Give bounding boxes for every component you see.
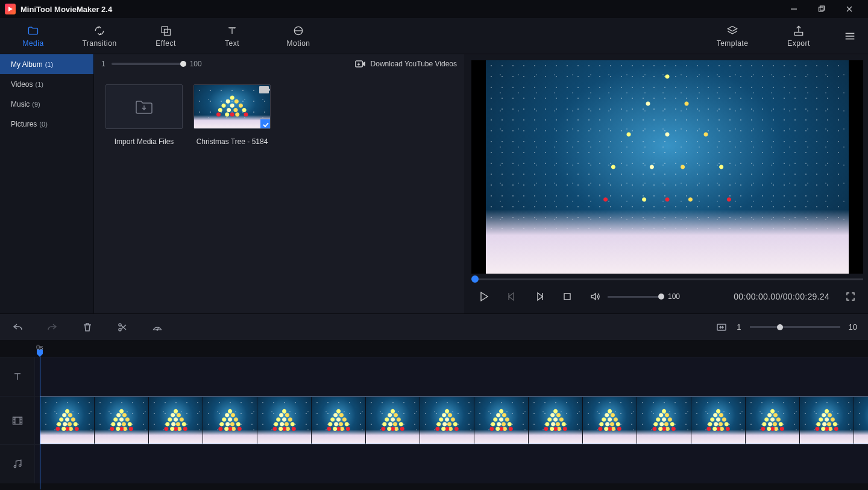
window-minimize-button[interactable]: [780, 0, 808, 18]
svg-point-22: [157, 329, 158, 330]
thumb-size-min: 1: [101, 60, 105, 68]
delete-button[interactable]: [81, 321, 94, 334]
volume-value: 100: [668, 292, 680, 301]
svg-point-31: [14, 466, 16, 468]
sidebar-item-my-album[interactable]: My Album (1): [0, 54, 93, 74]
preview-viewport: [471, 60, 863, 274]
sidebar-item-label: Videos: [11, 80, 33, 89]
tab-template[interactable]: Template: [699, 18, 766, 54]
text-track-icon: [0, 357, 35, 396]
clip-frame: [40, 397, 95, 444]
text-track[interactable]: [0, 357, 868, 396]
selected-check-icon: [260, 119, 271, 129]
fit-zoom-button[interactable]: [715, 321, 728, 334]
svg-marker-0: [8, 7, 13, 11]
thumb-size-slider[interactable]: [112, 63, 184, 65]
tab-motion-label: Motion: [286, 39, 310, 48]
tab-motion[interactable]: Motion: [265, 18, 332, 54]
clip-frame: [420, 397, 474, 444]
video-download-icon: [355, 60, 366, 68]
zoom-max: 10: [849, 322, 857, 331]
tab-export-label: Export: [787, 39, 810, 48]
clip-frame: [529, 397, 583, 444]
next-frame-button[interactable]: [533, 290, 546, 303]
download-youtube-label: Download YouTube Videos: [371, 60, 457, 68]
tab-media[interactable]: Media: [0, 18, 66, 54]
audio-track-icon: [0, 445, 35, 483]
sidebar-item-label: Music: [11, 100, 30, 108]
clip-frame: [257, 397, 312, 444]
play-button[interactable]: [477, 290, 491, 303]
svg-rect-7: [165, 29, 171, 35]
tab-transition[interactable]: Transition: [66, 18, 133, 54]
window-close-button[interactable]: [835, 0, 863, 18]
video-track-icon: [0, 397, 35, 444]
sidebar-item-music[interactable]: Music (9): [0, 94, 93, 114]
stop-button[interactable]: [561, 290, 574, 303]
preview-seekbar[interactable]: [471, 275, 863, 283]
download-youtube-button[interactable]: Download YouTube Videos: [355, 60, 457, 68]
sidebar-item-count: (1): [45, 61, 53, 68]
import-media-button[interactable]: Import Media Files: [105, 84, 183, 146]
media-clip-christmas-tree[interactable]: Christmas Tree - 5184: [193, 84, 271, 146]
window-maximize-button[interactable]: [808, 0, 835, 18]
svg-marker-14: [481, 292, 488, 301]
clip-frame: [691, 397, 746, 444]
svg-marker-17: [538, 293, 542, 300]
volume-button[interactable]: [588, 290, 602, 303]
tab-media-label: Media: [22, 39, 43, 48]
zoom-slider[interactable]: [750, 326, 840, 328]
tab-effect[interactable]: Effect: [133, 18, 199, 54]
clip-frame: [746, 397, 800, 444]
svg-rect-19: [564, 294, 570, 300]
clip-frame: [95, 397, 149, 444]
tab-export[interactable]: Export: [766, 18, 832, 54]
svg-rect-9: [794, 32, 802, 35]
undo-button[interactable]: [11, 321, 24, 334]
clip-frame: [637, 397, 691, 444]
video-type-icon: [259, 86, 269, 93]
speed-button[interactable]: [151, 321, 164, 334]
sidebar-item-pictures[interactable]: Pictures (0): [0, 114, 93, 134]
split-button[interactable]: [116, 321, 129, 334]
clip-frame: [366, 397, 420, 444]
sidebar-item-count: (1): [35, 81, 43, 88]
zoom-min: 1: [737, 322, 741, 331]
sidebar-item-count: (9): [32, 101, 40, 108]
media-clip-label: Christmas Tree - 5184: [197, 137, 268, 146]
svg-rect-3: [820, 6, 825, 10]
svg-point-20: [119, 324, 121, 326]
volume-slider[interactable]: [608, 296, 662, 298]
redo-button[interactable]: [46, 321, 59, 334]
video-track[interactable]: [0, 396, 868, 444]
import-media-label: Import Media Files: [115, 137, 174, 146]
video-clip[interactable]: [40, 397, 868, 444]
clip-frame: [854, 397, 868, 444]
title-bar: MiniTool MovieMaker 2.4: [0, 0, 868, 18]
clip-frame: [800, 397, 854, 444]
timeline-ruler[interactable]: 0s: [35, 340, 868, 357]
menu-button[interactable]: [832, 30, 868, 43]
svg-point-21: [119, 328, 121, 331]
tab-text-label: Text: [225, 39, 239, 48]
clip-frame: [312, 397, 366, 444]
media-sidebar: My Album (1) Videos (1) Music (9) Pictur…: [0, 54, 94, 313]
timeline-toolbar: 1 10: [0, 313, 868, 340]
app-logo-icon: [5, 4, 16, 14]
timecode-display: 00:00:00.00/00:00:29.24: [734, 292, 829, 301]
preview-panel: 100 00:00:00.00/00:00:29.24: [464, 54, 868, 313]
audio-track[interactable]: [0, 444, 868, 483]
prev-frame-button[interactable]: [505, 290, 518, 303]
svg-marker-15: [509, 293, 514, 300]
app-title: MiniTool MovieMaker 2.4: [20, 5, 112, 14]
sidebar-item-count: (0): [39, 121, 47, 128]
timeline: 0s: [0, 340, 868, 490]
clip-frame: [203, 397, 257, 444]
tab-text[interactable]: Text: [199, 18, 265, 54]
thumb-size-max: 100: [190, 60, 202, 68]
fullscreen-button[interactable]: [844, 290, 857, 303]
clip-frame: [583, 397, 637, 444]
sidebar-item-videos[interactable]: Videos (1): [0, 74, 93, 94]
svg-rect-2: [819, 7, 823, 11]
tab-template-label: Template: [717, 39, 749, 48]
